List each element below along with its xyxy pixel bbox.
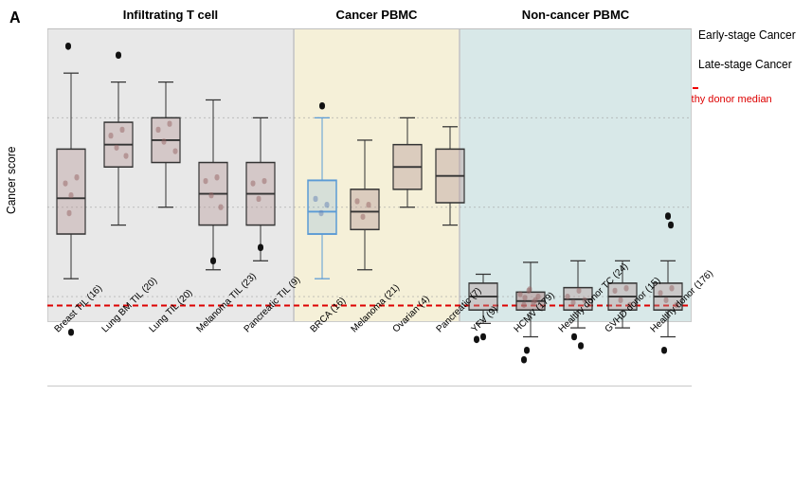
svg-point-126 bbox=[578, 342, 584, 350]
svg-point-16 bbox=[75, 174, 80, 180]
section-header-noncancer-pbmc: Non-cancer PBMC bbox=[460, 8, 692, 22]
svg-point-97 bbox=[480, 333, 486, 341]
early-stage-label: Early-stage Cancer bbox=[698, 28, 796, 44]
svg-point-105 bbox=[518, 291, 523, 297]
svg-point-56 bbox=[258, 243, 263, 251]
svg-point-128 bbox=[571, 299, 576, 305]
chart-area: Cancer score Infiltrating T cell Cancer … bbox=[47, 28, 692, 407]
svg-point-151 bbox=[664, 297, 669, 303]
svg-point-59 bbox=[262, 178, 267, 184]
svg-point-148 bbox=[668, 222, 674, 229]
svg-point-78 bbox=[367, 202, 371, 207]
svg-point-117 bbox=[532, 69, 537, 77]
panel-label: A bbox=[9, 9, 21, 27]
svg-point-118 bbox=[528, 52, 533, 60]
svg-point-69 bbox=[325, 202, 330, 207]
figure-container: A Early-stage Cancer Late-stage Cancer H… bbox=[0, 0, 812, 504]
svg-point-138 bbox=[619, 297, 623, 303]
svg-point-76 bbox=[355, 198, 360, 204]
svg-point-25 bbox=[109, 133, 114, 138]
svg-point-106 bbox=[523, 295, 528, 300]
svg-point-127 bbox=[566, 294, 570, 299]
svg-point-26 bbox=[115, 145, 119, 151]
section-header-cancer-pbmc: Cancer PBMC bbox=[294, 8, 460, 22]
svg-point-35 bbox=[156, 127, 161, 133]
svg-point-150 bbox=[659, 290, 663, 296]
svg-point-13 bbox=[65, 43, 71, 50]
svg-point-36 bbox=[162, 138, 167, 144]
late-stage-label: Late-stage Cancer bbox=[698, 58, 792, 73]
svg-point-116 bbox=[524, 347, 530, 354]
svg-point-38 bbox=[173, 148, 178, 153]
svg-point-46 bbox=[204, 178, 208, 184]
section-header-infiltrating: Infiltrating T cell bbox=[47, 8, 294, 22]
svg-point-152 bbox=[670, 285, 675, 291]
svg-point-58 bbox=[257, 196, 262, 202]
svg-point-45 bbox=[210, 258, 216, 265]
svg-point-114 bbox=[528, 34, 533, 42]
svg-point-147 bbox=[661, 347, 667, 354]
svg-point-139 bbox=[624, 285, 629, 291]
svg-point-98 bbox=[474, 336, 479, 344]
svg-point-15 bbox=[69, 192, 74, 198]
svg-point-149 bbox=[665, 212, 671, 220]
svg-point-28 bbox=[124, 153, 129, 158]
svg-point-111 bbox=[528, 286, 532, 292]
svg-point-68 bbox=[319, 210, 324, 216]
svg-point-37 bbox=[168, 121, 172, 127]
svg-point-113 bbox=[521, 356, 527, 364]
svg-point-77 bbox=[361, 214, 366, 220]
chart-svg: 0.5 0.4 0.3 0.2 0.1 r = 1.5 1.5 1.8 1.7 … bbox=[47, 28, 692, 398]
svg-point-137 bbox=[613, 288, 618, 294]
svg-point-47 bbox=[209, 192, 214, 198]
svg-point-27 bbox=[120, 127, 125, 133]
svg-point-129 bbox=[577, 288, 582, 294]
svg-point-17 bbox=[67, 210, 72, 216]
y-axis-label: Cancer score bbox=[5, 123, 18, 237]
svg-rect-60 bbox=[308, 180, 336, 234]
svg-point-125 bbox=[571, 333, 577, 341]
svg-rect-6 bbox=[57, 149, 85, 234]
svg-point-48 bbox=[215, 174, 220, 180]
svg-point-24 bbox=[116, 52, 121, 60]
svg-point-57 bbox=[251, 180, 256, 186]
svg-point-12 bbox=[68, 329, 74, 336]
svg-point-67 bbox=[314, 196, 318, 202]
svg-rect-70 bbox=[351, 189, 379, 229]
svg-point-14 bbox=[63, 180, 68, 186]
svg-point-110 bbox=[522, 302, 527, 308]
svg-point-66 bbox=[319, 102, 325, 110]
svg-point-49 bbox=[219, 205, 224, 210]
